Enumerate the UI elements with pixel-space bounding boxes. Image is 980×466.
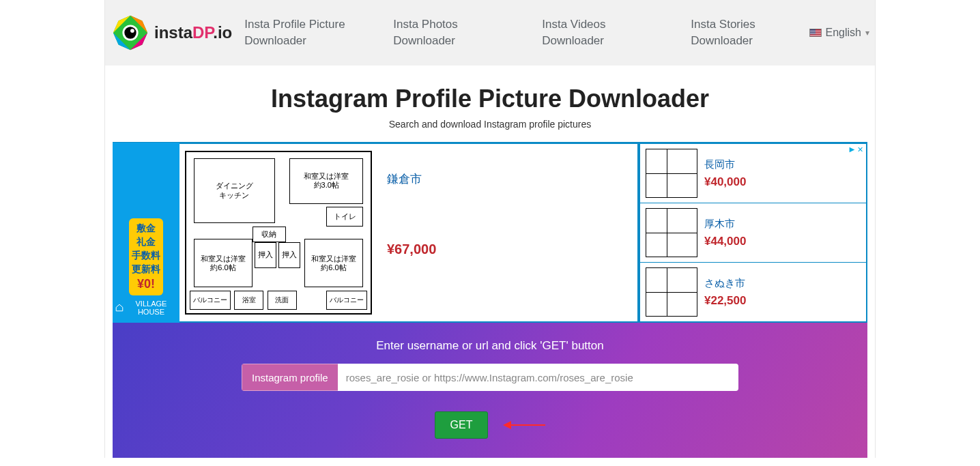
- ad-yellow-tag: 敷金 礼金 手数料 更新料 ¥0!: [129, 218, 163, 295]
- ad-side-city: 厚木市: [704, 218, 746, 231]
- nav-stories-downloader[interactable]: Insta Stories Downloader: [691, 16, 807, 49]
- ad-brand: VILLAGE HOUSE: [115, 300, 177, 316]
- page-title: Instagram Profile Picture Downloader: [105, 85, 875, 113]
- us-flag-icon: [809, 29, 822, 37]
- svg-point-6: [124, 27, 136, 38]
- adchoices-icon[interactable]: ✕: [848, 145, 863, 154]
- get-button[interactable]: GET: [435, 411, 489, 439]
- nav-photos-downloader[interactable]: Insta Photos Downloader: [393, 16, 509, 49]
- nav-profile-downloader[interactable]: Insta Profile Picture Downloader: [244, 16, 360, 49]
- nav: Insta Profile Picture Downloader Insta P…: [244, 16, 809, 49]
- ad-main-listing[interactable]: ダイニング キッチン 和室又は洋室 約3.0帖 トイレ 収納 和室又は洋室 約6…: [179, 144, 638, 321]
- ad-side-price: ¥22,500: [704, 294, 746, 308]
- username-input[interactable]: [338, 364, 738, 391]
- red-arrow-annotation: [504, 420, 545, 430]
- ad-mini-floorplan: [646, 267, 697, 317]
- ad-main-city: 鎌倉市: [387, 171, 422, 187]
- ad-banner[interactable]: 敷金 礼金 手数料 更新料 ¥0! VILLAGE HOUSE: [113, 142, 867, 323]
- ad-side-panel: 敷金 礼金 手数料 更新料 ¥0! VILLAGE HOUSE: [113, 143, 179, 323]
- ad-listing-3[interactable]: さぬき市 ¥22,500: [640, 263, 866, 321]
- logo-icon: [111, 13, 150, 53]
- ad-side-price: ¥40,000: [704, 175, 746, 189]
- ad-side-listings: ✕ 長岡市 ¥40,000 厚木市 ¥44,000: [639, 143, 867, 323]
- ad-listing-1[interactable]: 長岡市 ¥40,000: [640, 144, 866, 203]
- search-input-group: Instagram profile: [242, 364, 738, 391]
- ad-floorplan: ダイニング キッチン 和室又は洋室 約3.0帖 トイレ 収納 和室又は洋室 約6…: [179, 144, 377, 321]
- logo-text: instaDP.io: [154, 23, 232, 42]
- language-selector[interactable]: English ▾: [809, 27, 869, 39]
- ad-side-price: ¥44,000: [704, 235, 746, 248]
- input-prefix-label: Instagram profile: [242, 364, 338, 391]
- ad-side-city: さぬき市: [704, 277, 746, 290]
- chevron-down-icon: ▾: [865, 28, 869, 38]
- search-panel: Enter username or url and click 'GET' bu…: [113, 323, 867, 458]
- ad-mini-floorplan: [646, 149, 697, 198]
- ad-side-city: 長岡市: [704, 158, 746, 171]
- nav-videos-downloader[interactable]: Insta Videos Downloader: [542, 16, 658, 49]
- logo[interactable]: instaDP.io: [111, 13, 232, 53]
- ad-main-price: ¥67,000: [387, 242, 436, 257]
- search-hint: Enter username or url and click 'GET' bu…: [121, 339, 859, 353]
- ad-listing-2[interactable]: 厚木市 ¥44,000: [640, 203, 866, 263]
- topbar: instaDP.io Insta Profile Picture Downloa…: [105, 0, 875, 65]
- language-label: English: [826, 27, 861, 39]
- ad-mini-floorplan: [646, 208, 697, 257]
- svg-point-7: [130, 29, 134, 33]
- page-subtitle: Search and download Instagram profile pi…: [105, 119, 875, 130]
